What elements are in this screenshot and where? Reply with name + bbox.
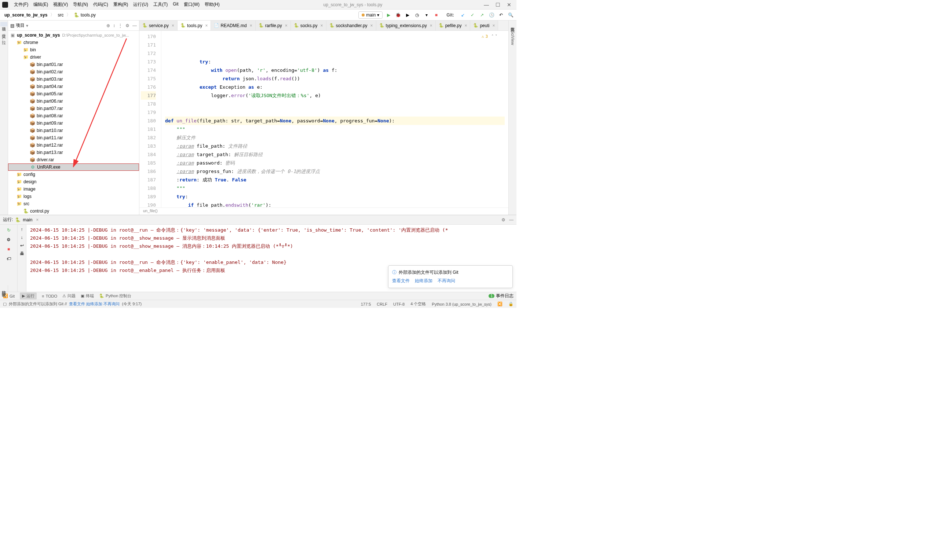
editor-tab[interactable]: 🐍rarfile.py× — [256, 20, 291, 31]
editor-tab[interactable]: 📄README.md× — [211, 20, 255, 31]
settings-icon[interactable]: ⚙ — [125, 23, 130, 28]
gutter-line[interactable]: 181 — [141, 125, 156, 134]
close-tab-icon[interactable]: × — [285, 23, 288, 28]
tree-item[interactable]: ▸📁design — [8, 178, 139, 185]
close-tab-icon[interactable]: × — [36, 217, 39, 223]
tree-item[interactable]: 📦bin.part06.rar — [8, 97, 139, 105]
tree-item[interactable]: 📦bin.part02.rar — [8, 68, 139, 75]
menu-item[interactable]: 导航(N) — [71, 1, 90, 8]
left-tab[interactable]: 项目 — [0, 22, 7, 26]
stop-button[interactable]: ■ — [433, 12, 439, 18]
tree-item[interactable]: 📦bin.part11.rar — [8, 134, 139, 142]
inspection-widget[interactable]: ⚠ 3 ˄ ˅ — [482, 32, 497, 41]
editor-tab[interactable]: 🐍tools.py× — [177, 20, 211, 31]
search-everywhere-button[interactable]: 🔍 — [508, 12, 513, 18]
editor-breadcrumb[interactable]: un_file() — [139, 208, 508, 215]
close-tab-icon[interactable]: × — [370, 23, 373, 28]
notification-link[interactable]: 不再询问 — [438, 278, 455, 284]
tree-item[interactable]: ▸📁image — [8, 185, 139, 193]
bottom-tab[interactable]: ⚠ 问题 — [62, 293, 76, 299]
menu-item[interactable]: 文件(F) — [12, 1, 31, 8]
editor-tab[interactable]: 🐍service.py× — [139, 20, 177, 31]
tree-item[interactable]: ▸📁logs — [8, 193, 139, 200]
profile-button[interactable]: ◷ — [414, 12, 420, 18]
gutter-line[interactable]: 190 — [141, 201, 156, 208]
minimize-button[interactable]: — — [484, 2, 489, 8]
gutter-line[interactable]: 176 — [141, 83, 156, 91]
line-separator[interactable]: CRLF — [377, 302, 387, 306]
bookmark-icon[interactable]: 🏷 — [6, 255, 12, 262]
gutter-line[interactable]: 170 — [141, 32, 156, 41]
menu-item[interactable]: 运行(U) — [131, 1, 150, 8]
breadcrumb-item[interactable]: up_score_to_jw_sys — [3, 12, 49, 18]
git-branch-selector[interactable]: main ▾ — [358, 11, 382, 19]
tree-item[interactable]: ▸📁config — [8, 171, 139, 178]
settings-icon[interactable]: ⚙ — [501, 217, 506, 223]
bottom-tab[interactable]: ▶ 运行 — [20, 292, 37, 299]
down-icon[interactable]: ↓ — [21, 235, 23, 240]
close-tab-icon[interactable]: × — [430, 23, 432, 28]
lock-icon[interactable]: 🔒 — [508, 302, 513, 306]
left-tab[interactable]: 拉... — [0, 35, 7, 43]
left-tab[interactable]: 提交 — [0, 29, 7, 33]
git-commit-button[interactable]: ✓ — [470, 12, 475, 18]
bottom-tab[interactable]: ≡ TODO — [42, 294, 57, 298]
cursor-position[interactable]: 177:5 — [361, 302, 371, 306]
more-run-icon[interactable]: ▾ — [424, 12, 430, 18]
tree-item[interactable]: 📦bin.part04.rar — [8, 83, 139, 90]
menu-item[interactable]: 工具(T) — [151, 1, 170, 8]
tree-item[interactable]: ⚙UnRAR.exe — [8, 163, 139, 171]
gutter-line[interactable]: 188 — [141, 184, 156, 192]
status-link[interactable]: 始终添加 — [86, 302, 102, 306]
gutter-line[interactable]: 174 — [141, 66, 156, 74]
status-icon[interactable]: ▢ — [3, 302, 6, 306]
editor-tab[interactable]: 🐍typing_extensions.py× — [376, 20, 436, 31]
status-link[interactable]: 查看文件 — [69, 302, 85, 306]
tree-item[interactable]: ▾📁src — [8, 200, 139, 208]
bottom-tab[interactable]: ▣ 终端 — [81, 293, 94, 299]
gutter-line[interactable]: 171 — [141, 41, 156, 49]
close-tab-icon[interactable]: × — [492, 23, 495, 28]
git-push-button[interactable]: ↗ — [479, 12, 485, 18]
editor-tab[interactable]: 🐍peuti× — [470, 20, 498, 31]
gutter-line[interactable]: 184 — [141, 150, 156, 159]
coverage-button[interactable]: ▶ — [405, 12, 410, 18]
close-tab-icon[interactable]: × — [321, 23, 323, 28]
run-settings-button[interactable]: ⚙ — [6, 236, 12, 243]
menu-item[interactable]: 窗口(W) — [182, 1, 202, 8]
tree-item[interactable]: ▾📁chrome — [8, 39, 139, 46]
maximize-button[interactable]: ☐ — [495, 2, 500, 8]
bottom-tab[interactable]: 🔀 Git — [3, 294, 15, 298]
tree-item[interactable]: 📦bin.part07.rar — [8, 105, 139, 112]
git-revert-button[interactable]: ↶ — [498, 12, 504, 18]
editor-tab[interactable]: 🐍socks.py× — [291, 20, 327, 31]
gutter-line[interactable]: 186 — [141, 167, 156, 175]
up-icon[interactable]: ↑ — [21, 227, 23, 232]
right-tab[interactable]: SciView — [510, 29, 516, 47]
close-tab-icon[interactable]: × — [464, 23, 467, 28]
debug-button[interactable]: 🐞 — [395, 12, 401, 18]
git-pull-button[interactable]: ↙ — [460, 12, 466, 18]
git-branch-status[interactable]: 🔀 — [497, 302, 503, 306]
gutter-line[interactable]: 172 — [141, 49, 156, 57]
git-history-button[interactable]: 🕓 — [489, 12, 495, 18]
tree-item[interactable]: 📦driver.rar — [8, 156, 139, 163]
tree-item[interactable]: 📦bin.part03.rar — [8, 75, 139, 83]
gutter-line[interactable]: 178 — [141, 100, 156, 108]
tree-item[interactable]: 📦bin.part12.rar — [8, 142, 139, 149]
indent-settings[interactable]: 4 个空格 — [410, 301, 426, 307]
tree-item[interactable]: 📦bin.part05.rar — [8, 90, 139, 97]
locate-icon[interactable]: ⊕ — [106, 23, 110, 28]
chevron-down-icon[interactable]: ˅ — [495, 32, 497, 41]
expand-all-icon[interactable]: ↕ — [113, 23, 115, 28]
breadcrumb-item[interactable]: src — [56, 12, 65, 18]
menu-item[interactable]: 视图(V) — [51, 1, 70, 8]
tree-item[interactable]: ▸📁bin — [8, 46, 139, 54]
gutter-line[interactable]: 173 — [141, 57, 156, 66]
tree-item[interactable]: 📦bin.part10.rar — [8, 127, 139, 134]
status-link[interactable]: 不再询问 — [103, 302, 120, 306]
menu-item[interactable]: Git — [171, 1, 180, 8]
code-area[interactable]: ⚠ 3 ˄ ˅ try: with open(path, 'r', encodi… — [161, 31, 508, 208]
event-log-button[interactable]: 1 事件日志 — [489, 293, 513, 299]
tree-item[interactable]: 🐍control.py — [8, 208, 139, 215]
